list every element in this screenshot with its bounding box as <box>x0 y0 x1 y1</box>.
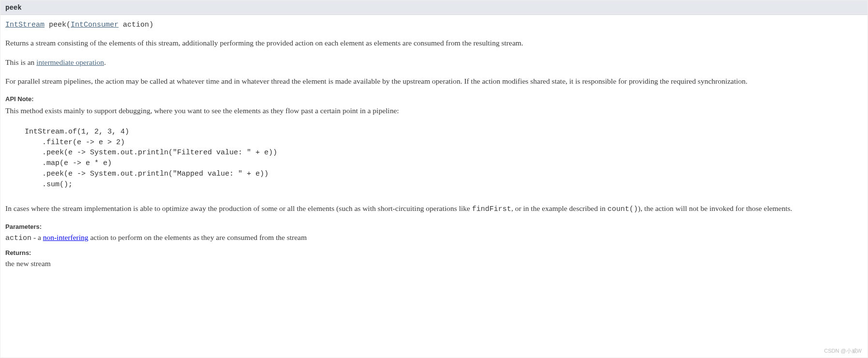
code-ref-findfirst: findFirst <box>472 205 511 213</box>
returns-text: the new stream <box>5 259 863 268</box>
p2-prefix: This is an <box>5 58 36 66</box>
code-example: IntStream.of(1, 2, 3, 4) .filter(e -> e … <box>25 127 863 190</box>
after-code-mid: , or in the example described in <box>511 204 608 212</box>
code-ref-count: count() <box>607 205 638 213</box>
watermark: CSDN @小威W <box>824 347 862 355</box>
signature-open-paren: ( <box>66 21 71 29</box>
param-name: action <box>5 234 31 242</box>
api-note-label: API Note: <box>5 95 863 103</box>
param-rest: action to perform on the elements as the… <box>89 233 307 241</box>
parameters-label: Parameters: <box>5 223 863 230</box>
parameter-line: action - a non-interfering action to per… <box>5 233 863 242</box>
param-type-link[interactable]: IntConsumer <box>71 21 119 29</box>
param-dash: - a <box>31 233 43 241</box>
method-header: peek <box>0 0 868 15</box>
method-body: IntStream peek(IntConsumer action) Retur… <box>0 15 868 283</box>
description-paragraph-1: Returns a stream consisting of the eleme… <box>5 38 863 48</box>
description-paragraph-3: For parallel stream pipelines, the actio… <box>5 76 863 87</box>
api-note-intro: This method exists mainly to support deb… <box>5 105 863 116</box>
signature-space2 <box>119 21 123 29</box>
non-interfering-link[interactable]: non-interfering <box>43 233 89 241</box>
returns-label: Returns: <box>5 249 863 256</box>
return-type-link[interactable]: IntStream <box>5 21 45 29</box>
signature-close-paren: ) <box>149 21 153 29</box>
intermediate-operation-link[interactable]: intermediate operation <box>36 58 104 66</box>
api-note-after-code: In cases where the stream implementation… <box>5 203 863 214</box>
method-signature: IntStream peek(IntConsumer action) <box>5 21 863 29</box>
signature-param-name: action <box>123 21 149 29</box>
description-paragraph-2: This is an intermediate operation. <box>5 57 863 68</box>
signature-method: peek <box>49 21 66 29</box>
after-code-suffix: ), the action will not be invoked for th… <box>638 204 793 212</box>
after-code-prefix: In cases where the stream implementation… <box>5 204 472 212</box>
p2-suffix: . <box>104 58 106 66</box>
method-name-title: peek <box>5 4 22 12</box>
